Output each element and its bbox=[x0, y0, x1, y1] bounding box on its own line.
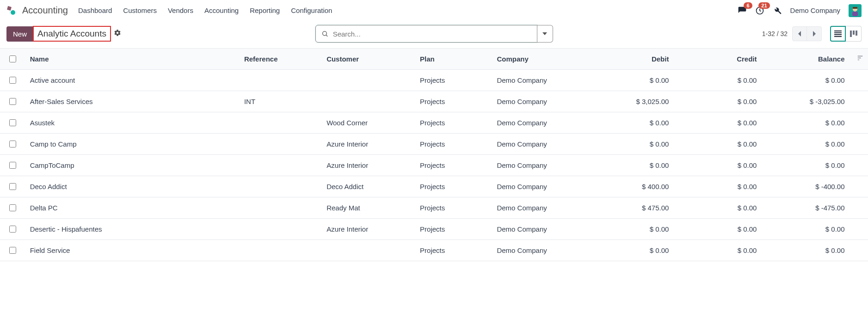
svg-rect-9 bbox=[834, 31, 842, 31]
header-customer[interactable]: Customer bbox=[322, 49, 415, 70]
cell-options bbox=[850, 219, 868, 240]
cell-balance: $ 0.00 bbox=[761, 70, 849, 91]
cell-debit: $ 400.00 bbox=[591, 176, 673, 197]
view-switcher bbox=[830, 26, 862, 42]
search-box[interactable] bbox=[315, 25, 537, 43]
cell-credit: $ 0.00 bbox=[673, 155, 761, 176]
table-row[interactable]: Desertic - HispafuentesAzure InteriorPro… bbox=[0, 219, 868, 240]
cell-name: Asustek bbox=[25, 112, 240, 134]
svg-rect-10 bbox=[834, 32, 842, 33]
cell-company: Demo Company bbox=[492, 91, 591, 112]
header-name[interactable]: Name bbox=[25, 49, 240, 70]
new-button[interactable]: New bbox=[6, 26, 33, 42]
header-plan[interactable]: Plan bbox=[415, 49, 492, 70]
pager-text[interactable]: 1-32 / 32 bbox=[762, 30, 788, 37]
cell-balance: $ 0.00 bbox=[761, 240, 849, 261]
menu-vendors[interactable]: Vendors bbox=[168, 6, 193, 14]
cell-name: CampToCamp bbox=[25, 155, 240, 176]
cell-debit: $ 0.00 bbox=[591, 219, 673, 240]
menu-customers[interactable]: Customers bbox=[123, 6, 157, 14]
breadcrumb-title[interactable]: Analytic Accounts bbox=[37, 29, 106, 38]
cell-options bbox=[850, 91, 868, 112]
app-name[interactable]: Accounting bbox=[22, 5, 68, 16]
header-balance[interactable]: Balance bbox=[761, 49, 849, 70]
table-row[interactable]: Deco AddictDeco AddictProjectsDemo Compa… bbox=[0, 176, 868, 197]
app-logo[interactable] bbox=[6, 6, 17, 16]
list-view-button[interactable] bbox=[830, 26, 846, 42]
activities-badge: 21 bbox=[758, 2, 770, 9]
row-checkbox[interactable] bbox=[9, 247, 16, 254]
row-checkbox[interactable] bbox=[9, 119, 16, 126]
header-debit[interactable]: Debit bbox=[591, 49, 673, 70]
table-row[interactable]: After-Sales ServicesINTProjectsDemo Comp… bbox=[0, 91, 868, 112]
cell-reference: INT bbox=[240, 91, 322, 112]
menu-configuration[interactable]: Configuration bbox=[291, 6, 332, 14]
search-input[interactable] bbox=[332, 30, 531, 38]
cell-debit: $ 0.00 bbox=[591, 134, 673, 155]
search-container bbox=[315, 25, 553, 43]
table-row[interactable]: Delta PCReady MatProjectsDemo Company$ 4… bbox=[0, 197, 868, 219]
cell-plan: Projects bbox=[415, 91, 492, 112]
cell-credit: $ 0.00 bbox=[673, 219, 761, 240]
cell-balance: $ -400.00 bbox=[761, 176, 849, 197]
company-selector[interactable]: Demo Company bbox=[790, 6, 840, 14]
menu-reporting[interactable]: Reporting bbox=[250, 6, 280, 14]
cell-plan: Projects bbox=[415, 134, 492, 155]
row-checkbox[interactable] bbox=[9, 141, 16, 147]
row-checkbox[interactable] bbox=[9, 98, 16, 105]
menu-dashboard[interactable]: Dashboard bbox=[78, 6, 112, 14]
cell-customer: Ready Mat bbox=[322, 197, 415, 219]
pager-buttons bbox=[792, 26, 822, 41]
list-icon bbox=[834, 31, 842, 37]
kanban-view-button[interactable] bbox=[846, 26, 862, 42]
row-checkbox[interactable] bbox=[9, 183, 16, 190]
cell-plan: Projects bbox=[415, 112, 492, 134]
cell-name: Deco Addict bbox=[25, 176, 240, 197]
row-checkbox[interactable] bbox=[9, 77, 16, 84]
messages-button[interactable]: 6 bbox=[738, 6, 747, 15]
cell-reference bbox=[240, 134, 322, 155]
cell-name: Camp to Camp bbox=[25, 134, 240, 155]
tools-button[interactable] bbox=[773, 6, 782, 15]
header-reference[interactable]: Reference bbox=[240, 49, 322, 70]
caret-down-icon bbox=[542, 31, 547, 36]
activities-button[interactable]: 21 bbox=[755, 6, 764, 15]
row-checkbox[interactable] bbox=[9, 226, 16, 233]
pager-prev-button[interactable] bbox=[792, 26, 807, 41]
menu-accounting[interactable]: Accounting bbox=[204, 6, 239, 14]
options-icon bbox=[857, 55, 863, 61]
cell-reference bbox=[240, 176, 322, 197]
cell-credit: $ 0.00 bbox=[673, 197, 761, 219]
table-header-row: Name Reference Customer Plan Company Deb… bbox=[0, 49, 868, 70]
select-all-checkbox[interactable] bbox=[9, 55, 16, 62]
cell-plan: Projects bbox=[415, 155, 492, 176]
header-company[interactable]: Company bbox=[492, 49, 591, 70]
cell-debit: $ 0.00 bbox=[591, 240, 673, 261]
user-avatar[interactable] bbox=[849, 4, 862, 17]
table-row[interactable]: Active accountProjectsDemo Company$ 0.00… bbox=[0, 70, 868, 91]
cell-reference bbox=[240, 197, 322, 219]
svg-rect-6 bbox=[853, 7, 857, 9]
view-settings-button[interactable] bbox=[114, 29, 121, 38]
header-options[interactable] bbox=[850, 49, 868, 70]
cell-reference bbox=[240, 112, 322, 134]
cell-plan: Projects bbox=[415, 176, 492, 197]
cell-credit: $ 0.00 bbox=[673, 112, 761, 134]
table-row[interactable]: Field ServiceProjectsDemo Company$ 0.00$… bbox=[0, 240, 868, 261]
table-row[interactable]: Camp to CampAzure InteriorProjectsDemo C… bbox=[0, 134, 868, 155]
cell-debit: $ 0.00 bbox=[591, 112, 673, 134]
table-row[interactable]: AsustekWood CornerProjectsDemo Company$ … bbox=[0, 112, 868, 134]
search-options-button[interactable] bbox=[537, 25, 553, 43]
header-credit[interactable]: Credit bbox=[673, 49, 761, 70]
row-checkbox[interactable] bbox=[9, 162, 16, 169]
cell-name: Active account bbox=[25, 70, 240, 91]
cell-company: Demo Company bbox=[492, 70, 591, 91]
cell-balance: $ 0.00 bbox=[761, 219, 849, 240]
cell-reference bbox=[240, 240, 322, 261]
row-checkbox[interactable] bbox=[9, 204, 16, 211]
cell-balance: $ -3,025.00 bbox=[761, 91, 849, 112]
table-row[interactable]: CampToCampAzure InteriorProjectsDemo Com… bbox=[0, 155, 868, 176]
pager-next-button[interactable] bbox=[807, 26, 822, 41]
wrench-icon bbox=[773, 6, 782, 15]
cell-customer: Azure Interior bbox=[322, 134, 415, 155]
